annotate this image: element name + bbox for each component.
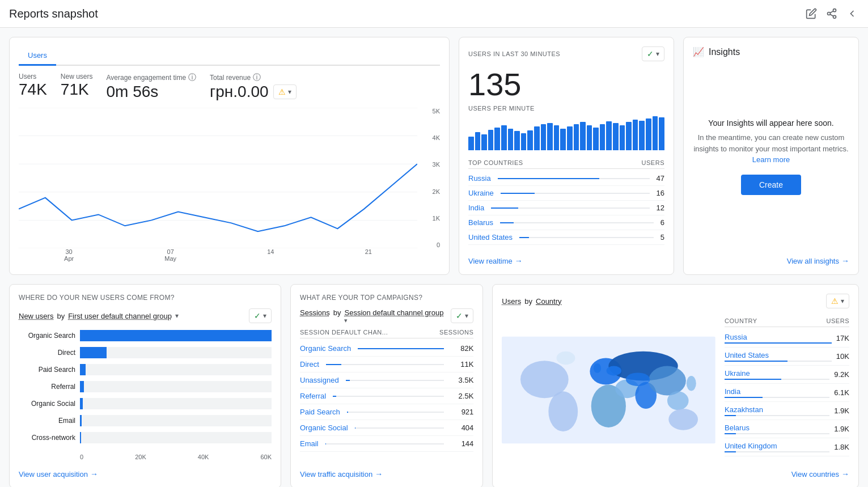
map-warning-chevron: ▾ bbox=[841, 297, 844, 305]
top-row: Users Users 74K New users 71K Average en… bbox=[9, 37, 859, 275]
map-country-bar bbox=[725, 379, 781, 380]
bottom-row: Where do your new users come from? New u… bbox=[9, 284, 859, 487]
country-name[interactable]: Russia bbox=[468, 174, 491, 183]
view-all-insights-link[interactable]: View all insights → bbox=[693, 249, 849, 265]
map-by-label: by bbox=[524, 297, 532, 306]
countries-table-header: Top Countries Users bbox=[468, 157, 664, 169]
country-bar-fill bbox=[491, 207, 518, 209]
realtime-user-count: 135 bbox=[468, 66, 664, 103]
where-status-button[interactable]: ✓ ▾ bbox=[249, 308, 272, 323]
map-country-name[interactable]: India bbox=[725, 387, 829, 396]
revenue-info-icon[interactable]: ⓘ bbox=[253, 73, 261, 83]
map-country-bar bbox=[725, 433, 736, 434]
campaigns-section-title: What are your top campaigns? bbox=[300, 294, 473, 302]
revenue-warning-button[interactable]: ⚠ ▾ bbox=[273, 84, 297, 99]
campaigns-status-button[interactable]: ✓ ▾ bbox=[451, 308, 473, 323]
create-insights-button[interactable]: Create bbox=[741, 175, 801, 195]
campaigns-selector: Sessions by Session default channel grou… bbox=[300, 308, 473, 324]
country-row: United States 5 bbox=[468, 230, 664, 245]
map-warning-button[interactable]: ⚠ ▾ bbox=[826, 294, 849, 308]
svg-point-2 bbox=[833, 15, 836, 18]
view-user-acquisition-link[interactable]: View user acquisition → bbox=[19, 469, 272, 478]
realtime-section-label: Users in last 30 minutes bbox=[468, 50, 560, 57]
bar-fill bbox=[80, 398, 83, 409]
where-chevron-icon[interactable]: ▾ bbox=[175, 312, 179, 320]
session-name[interactable]: Email bbox=[300, 439, 319, 448]
svg-point-22 bbox=[626, 372, 650, 386]
metric-users: Users 74K bbox=[19, 73, 47, 101]
bar bbox=[560, 129, 566, 150]
h-bar-row: Organic Social bbox=[19, 398, 272, 409]
view-traffic-link[interactable]: View traffic acquisition → bbox=[300, 469, 473, 478]
session-name[interactable]: Organic Search bbox=[300, 344, 351, 353]
where-dropdown-icon: ▾ bbox=[263, 312, 266, 320]
tab-users[interactable]: Users bbox=[19, 46, 56, 66]
bar bbox=[527, 130, 533, 150]
map-country-users: 9.2K bbox=[834, 370, 849, 379]
realtime-status-button[interactable]: ✓ ▾ bbox=[642, 46, 664, 61]
more-icon[interactable] bbox=[845, 7, 859, 20]
session-row: Paid Search 921 bbox=[300, 404, 473, 420]
country-bar-fill bbox=[501, 193, 535, 194]
map-country-name[interactable]: Kazakhstan bbox=[725, 405, 829, 414]
sessions-dim-chevron[interactable]: ▾ bbox=[344, 317, 443, 324]
realtime-bar-chart bbox=[468, 116, 664, 150]
map-country-name[interactable]: Belarus bbox=[725, 424, 829, 432]
warning-triangle-icon: ⚠ bbox=[278, 87, 286, 96]
new-users-label: New users bbox=[61, 73, 93, 81]
map-countries-table: Country Users Russia 17K United States 1… bbox=[725, 315, 849, 465]
map-country-name[interactable]: United Kingdom bbox=[725, 442, 829, 450]
where-by-label: by bbox=[57, 312, 65, 320]
map-country-name[interactable]: Russia bbox=[725, 333, 832, 341]
where-check-icon: ✓ bbox=[254, 311, 261, 320]
view-realtime-link[interactable]: View realtime → bbox=[468, 256, 664, 265]
map-country-name[interactable]: Ukraine bbox=[725, 369, 829, 378]
bar-fill bbox=[80, 347, 107, 358]
edit-icon[interactable] bbox=[805, 7, 818, 20]
bar-fill bbox=[80, 381, 84, 392]
view-countries-link[interactable]: View countries → bbox=[502, 469, 849, 478]
metric-avg-engagement: Average engagement time ⓘ 0m 56s bbox=[107, 73, 197, 101]
bar-label: Paid Search bbox=[19, 366, 75, 374]
session-bar-fill bbox=[346, 380, 350, 381]
where-arrow-icon: → bbox=[90, 469, 98, 478]
bar-fill bbox=[80, 364, 86, 375]
session-row: Email 144 bbox=[300, 436, 473, 452]
where-dimension-dropdown[interactable]: First user default channel group bbox=[68, 312, 172, 320]
bar-track bbox=[80, 381, 272, 392]
share-icon[interactable] bbox=[825, 7, 839, 20]
page-header: Reports snapshot bbox=[0, 0, 868, 28]
map-country-name[interactable]: United States bbox=[725, 351, 832, 359]
svg-point-1 bbox=[828, 12, 831, 15]
campaigns-dimension-dropdown[interactable]: Session default channel group bbox=[344, 308, 443, 317]
realtime-sublabel: Users per minute bbox=[468, 105, 664, 112]
country-bar-fill bbox=[519, 237, 529, 238]
bar bbox=[521, 133, 527, 150]
world-map bbox=[502, 315, 715, 465]
insights-title: Insights bbox=[709, 47, 740, 57]
map-country-users: 17K bbox=[836, 334, 849, 342]
session-name[interactable]: Paid Search bbox=[300, 408, 340, 416]
session-name[interactable]: Referral bbox=[300, 392, 326, 400]
bar bbox=[494, 128, 500, 150]
learn-more-link[interactable]: Learn more bbox=[752, 155, 790, 164]
bar-label: Email bbox=[19, 417, 75, 425]
country-name[interactable]: United States bbox=[468, 233, 513, 242]
session-bar-track bbox=[355, 427, 444, 429]
map-dimension-dropdown[interactable]: Country bbox=[536, 297, 562, 306]
bar bbox=[600, 124, 606, 150]
country-name[interactable]: Belarus bbox=[468, 218, 493, 227]
session-name[interactable]: Direct bbox=[300, 360, 319, 369]
session-name[interactable]: Unassigned bbox=[300, 376, 339, 384]
svg-point-26 bbox=[607, 366, 621, 376]
avg-engagement-info-icon[interactable]: ⓘ bbox=[188, 73, 196, 83]
bar bbox=[587, 125, 592, 150]
bar bbox=[547, 123, 553, 150]
country-bar-fill bbox=[500, 222, 514, 223]
revenue-value: грн.0.00 bbox=[210, 83, 269, 101]
header-actions bbox=[805, 7, 859, 20]
session-name[interactable]: Organic Social bbox=[300, 424, 348, 432]
map-country-users: 6.1K bbox=[834, 388, 849, 397]
country-name[interactable]: Ukraine bbox=[468, 189, 494, 197]
country-name[interactable]: India bbox=[468, 204, 484, 212]
